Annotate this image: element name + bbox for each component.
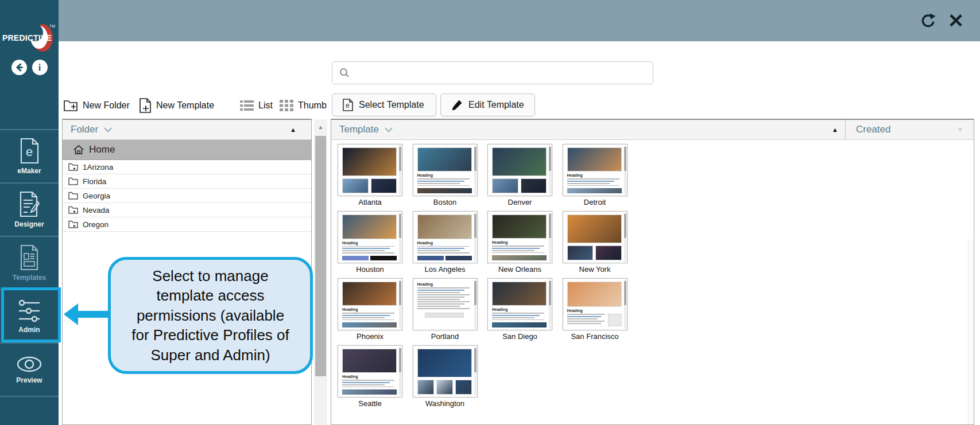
nav-divider xyxy=(0,289,59,290)
chevron-down-icon[interactable] xyxy=(104,127,112,132)
select-template-button[interactable]: e Select Template xyxy=(332,93,436,116)
search-box[interactable] xyxy=(332,61,653,84)
new-template-icon xyxy=(139,98,152,113)
folder-icon xyxy=(68,192,78,200)
template-card-name: New York xyxy=(563,265,627,274)
sidebar-item-admin[interactable]: Admin xyxy=(0,291,59,341)
template-card[interactable]: Heading xyxy=(338,278,402,330)
sidebar-item-label: eMaker xyxy=(17,167,41,175)
template-sort-asc-icon[interactable]: ▲ xyxy=(832,126,845,133)
scrollbar-thumb[interactable] xyxy=(315,136,326,376)
admin-sliders-icon xyxy=(17,298,42,323)
folder-row-label: Georgia xyxy=(83,192,110,200)
nav-divider xyxy=(0,342,59,344)
sidebar-item-templates[interactable]: Templates xyxy=(0,238,59,287)
folder-scrollbar[interactable]: ▲ xyxy=(314,119,327,425)
card-mini-scrollbar xyxy=(549,213,551,262)
card-mini-scrollbar xyxy=(474,347,477,396)
folder-row[interactable]: Florida xyxy=(63,174,311,189)
new-folder-icon xyxy=(63,99,78,112)
scrollbar-up-arrow-icon[interactable]: ▲ xyxy=(314,119,327,134)
card-mini-scrollbar xyxy=(399,146,401,194)
sidebar-item-designer[interactable]: Designer xyxy=(0,185,59,234)
template-card[interactable]: Heading xyxy=(413,144,478,196)
chevron-down-icon[interactable] xyxy=(385,127,393,132)
template-card[interactable]: Heading xyxy=(487,278,552,330)
template-card-name: Boston xyxy=(413,198,478,206)
thumb-view-label: Thumb xyxy=(298,100,327,111)
folder-row[interactable]: Nevada xyxy=(63,203,311,217)
template-card[interactable]: Heading xyxy=(413,278,478,330)
template-card-name: San Francisco xyxy=(563,332,627,341)
edit-template-button[interactable]: Edit Template xyxy=(440,93,535,116)
back-button[interactable] xyxy=(11,60,27,75)
callout-arrow-icon xyxy=(64,303,110,325)
template-card[interactable] xyxy=(413,345,478,397)
designer-document-pencil-icon xyxy=(17,190,41,218)
template-card[interactable]: Heading xyxy=(563,144,627,196)
card-mini-scrollbar xyxy=(474,280,477,329)
nav-divider xyxy=(0,129,59,130)
search-input[interactable] xyxy=(354,68,646,78)
template-card[interactable]: Heading xyxy=(487,211,552,263)
template-card[interactable]: Heading xyxy=(338,211,402,263)
preview-eye-icon xyxy=(16,354,42,374)
template-cell: Atlanta xyxy=(338,144,402,206)
info-button[interactable]: i xyxy=(32,60,48,75)
template-card[interactable] xyxy=(338,144,402,196)
sidebar: PREDICTIVE TM i e eMaker xyxy=(0,0,59,425)
folder-icon xyxy=(68,177,78,185)
folder-row[interactable]: Home xyxy=(63,140,311,160)
sidebar-item-emaker[interactable]: e eMaker xyxy=(0,131,59,181)
sidebar-item-label: Preview xyxy=(16,376,42,384)
close-button[interactable]: ✕ xyxy=(944,8,967,33)
sidebar-item-preview[interactable]: Preview xyxy=(0,345,59,394)
template-header-label: Template xyxy=(339,124,379,135)
created-column-header[interactable]: Created ▼ xyxy=(845,120,974,140)
card-mini-scrollbar xyxy=(624,280,626,329)
list-view-label: List xyxy=(258,100,273,111)
folder-with-sub-icon xyxy=(68,206,78,214)
nav-divider xyxy=(0,182,59,184)
template-card[interactable] xyxy=(563,211,627,263)
folder-row[interactable]: 1Arizona xyxy=(63,160,311,174)
folder-row-label: Oregon xyxy=(83,220,109,229)
template-cell: Denver xyxy=(487,144,552,206)
template-card[interactable]: Heading xyxy=(413,211,478,263)
folder-row[interactable]: Georgia xyxy=(63,189,311,203)
folder-row-label: 1Arizona xyxy=(83,163,113,171)
template-card[interactable]: Heading xyxy=(563,278,627,330)
template-scrollbar[interactable] xyxy=(968,240,974,424)
template-cell: HeadingNew Orleans xyxy=(487,211,552,274)
info-icon: i xyxy=(38,63,41,73)
template-card-name: Phoenix xyxy=(338,332,402,341)
new-folder-button[interactable]: New Folder xyxy=(63,95,130,116)
template-card[interactable]: Heading xyxy=(338,345,402,397)
card-mini-scrollbar xyxy=(474,213,477,262)
template-panel: Template ▲ Created ▼ Atlanta HeadingBost… xyxy=(331,119,974,425)
edit-template-label: Edit Template xyxy=(468,100,524,110)
template-cell: New York xyxy=(563,211,627,274)
select-template-label: Select Template xyxy=(359,100,424,110)
template-cell: Heading Houston xyxy=(338,211,402,274)
nav-divider xyxy=(0,236,59,237)
template-panel-header: Template ▲ Created ▼ xyxy=(331,120,974,140)
list-view-icon xyxy=(240,100,254,111)
template-card-name: Los Angeles xyxy=(413,265,478,274)
template-cell: HeadingSan Francisco xyxy=(563,278,627,341)
folder-with-sub-icon xyxy=(68,220,78,228)
new-template-button[interactable]: New Template xyxy=(139,95,214,116)
template-card[interactable] xyxy=(487,144,552,196)
sidebar-item-label: Templates xyxy=(13,274,46,282)
folder-row-label: Nevada xyxy=(83,206,110,215)
callout-bubble: Select to manage template access permiss… xyxy=(108,257,313,374)
folder-sort-asc-icon[interactable]: ▲ xyxy=(290,126,303,133)
refresh-button[interactable] xyxy=(917,8,940,33)
template-cell: HeadingSeattle xyxy=(338,345,402,408)
templates-layout-icon xyxy=(17,244,41,271)
folder-row[interactable]: Oregon xyxy=(63,217,311,232)
template-card-name: New Orleans xyxy=(487,265,552,274)
thumb-view-button[interactable]: Thumb xyxy=(280,95,327,116)
list-view-button[interactable]: List xyxy=(240,95,273,116)
folder-header-label: Folder xyxy=(71,124,98,135)
